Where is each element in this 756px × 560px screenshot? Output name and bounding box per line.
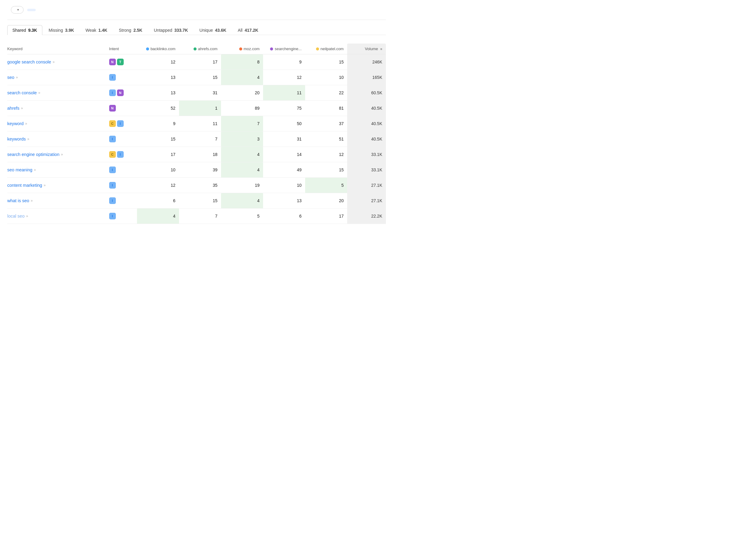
intent-badge-N: N [117, 89, 124, 96]
col-site-searchengine---: searchengine... [263, 43, 305, 54]
chevrons-icon: » [27, 137, 29, 141]
keyword-cell: keywords » [7, 132, 105, 147]
keyword-link[interactable]: seo » [7, 75, 102, 80]
filter-tab-missing[interactable]: Missing 3.9K [43, 25, 79, 35]
domain-selector[interactable]: ▾ [11, 6, 24, 14]
keyword-cell: what is seo » [7, 193, 105, 208]
keyword-table: Keyword Intent backlinko.com ahrefs.com … [7, 43, 386, 224]
filter-tab-weak[interactable]: Weak 1.4K [80, 25, 113, 35]
tab-label: Weak [85, 28, 96, 33]
site-value-moz: 4 [221, 70, 263, 85]
chevrons-icon: » [34, 168, 36, 172]
intent-badges: I [109, 136, 133, 142]
chevrons-icon: » [38, 91, 40, 95]
keyword-cell: search console » [7, 85, 105, 101]
page-wrapper: ▾ Shared 9.3K Missing 3.9K Weak 1.4K Str… [0, 0, 393, 230]
site-value-moz: 7 [221, 116, 263, 132]
chevrons-icon: » [61, 152, 63, 157]
intent-badge-T: T [117, 59, 124, 65]
site-value-searchengine: 12 [263, 70, 305, 85]
site-value-moz: 89 [221, 101, 263, 116]
table-row: search console » IN133120112260.5K [7, 85, 386, 101]
site-value-backlinko: 15 [137, 132, 179, 147]
filter-tab-all[interactable]: All 417.2K [233, 25, 264, 35]
intent-cell: I [105, 132, 137, 147]
volume-cell: 40.5K [347, 101, 386, 116]
volume-cell: 165K [347, 70, 386, 85]
header: ▾ [7, 6, 386, 14]
tab-count: 43.6K [215, 28, 226, 33]
site-name: ahrefs.com [198, 46, 217, 51]
site-value-searchengine: 50 [263, 116, 305, 132]
intent-badges: I [109, 166, 133, 173]
keyword-link[interactable]: content marketing » [7, 183, 102, 188]
filter-tab-shared[interactable]: Shared 9.3K [7, 25, 42, 35]
site-value-neilpatel: 12 [305, 147, 347, 162]
site-value-backlinko: 17 [137, 147, 179, 162]
site-value-backlinko: 52 [137, 101, 179, 116]
intent-cell: CI [105, 147, 137, 162]
keyword-link[interactable]: seo meaning » [7, 167, 102, 172]
tab-count: 3.9K [65, 28, 74, 33]
keyword-link[interactable]: google search console » [7, 60, 102, 64]
filter-tab-unique[interactable]: Unique 43.6K [194, 25, 232, 35]
table-row: seo meaning » I10394491533.1K [7, 162, 386, 178]
intent-badge-I: I [109, 74, 116, 81]
chevrons-icon: » [25, 121, 27, 126]
volume-cell: 246K [347, 54, 386, 70]
keyword-link[interactable]: ahrefs » [7, 106, 102, 111]
tab-count: 2.5K [133, 28, 142, 33]
filter-tab-untapped[interactable]: Untapped 333.7K [149, 25, 193, 35]
intent-badge-I: I [109, 197, 116, 204]
keyword-link[interactable]: local seo » [7, 214, 102, 219]
table-row: search engine optimization » CI171841412… [7, 147, 386, 162]
site-value-ahrefs: 7 [179, 132, 221, 147]
site-value-searchengine: 11 [263, 85, 305, 101]
intent-badge-I: I [109, 182, 116, 188]
tab-count: 1.4K [98, 28, 108, 33]
site-value-backlinko: 6 [137, 193, 179, 208]
volume-cell: 60.5K [347, 85, 386, 101]
col-site-ahrefs-com: ahrefs.com [179, 43, 221, 54]
col-site-neilpatel-com: neilpatel.com [305, 43, 347, 54]
keyword-cell: local seo » [7, 208, 105, 224]
site-value-backlinko: 9 [137, 116, 179, 132]
intent-cell: N [105, 101, 137, 116]
site-value-moz: 4 [221, 193, 263, 208]
table-row: seo » I131541210165K [7, 70, 386, 85]
site-value-ahrefs: 1 [179, 101, 221, 116]
col-site-moz-com: moz.com [221, 43, 263, 54]
filter-tab-strong[interactable]: Strong 2.5K [114, 25, 148, 35]
site-value-moz: 3 [221, 132, 263, 147]
site-value-ahrefs: 11 [179, 116, 221, 132]
site-value-moz: 4 [221, 162, 263, 178]
site-value-searchengine: 9 [263, 54, 305, 70]
site-value-neilpatel: 22 [305, 85, 347, 101]
site-name: moz.com [244, 46, 260, 51]
intent-badge-C: C [109, 151, 116, 158]
intent-badge-I: I [109, 166, 116, 173]
intent-badge-I: I [109, 213, 116, 219]
keyword-link[interactable]: keywords » [7, 137, 102, 141]
volume-cell: 33.1K [347, 147, 386, 162]
site-value-neilpatel: 51 [305, 132, 347, 147]
site-value-ahrefs: 7 [179, 208, 221, 224]
table-row: local seo » I47561722.2K [7, 208, 386, 224]
table-header: Keyword Intent backlinko.com ahrefs.com … [7, 43, 386, 54]
table-row: keyword » CI9117503740.5K [7, 116, 386, 132]
site-value-neilpatel: 5 [305, 178, 347, 193]
col-site-backlinko-com: backlinko.com [137, 43, 179, 54]
tab-count: 9.3K [28, 28, 37, 33]
site-value-searchengine: 13 [263, 193, 305, 208]
keyword-link[interactable]: what is seo » [7, 198, 102, 203]
intent-badge-N: N [109, 59, 116, 65]
keyword-link[interactable]: keyword » [7, 121, 102, 126]
keyword-link[interactable]: search console » [7, 91, 102, 95]
site-value-backlinko: 12 [137, 54, 179, 70]
sort-icon: ≡ [381, 47, 382, 51]
intent-cell: I [105, 208, 137, 224]
keyword-cell: content marketing » [7, 178, 105, 193]
chevron-down-icon: ▾ [17, 8, 19, 12]
keyword-link[interactable]: search engine optimization » [7, 152, 102, 157]
table-row: keywords » I1573315140.5K [7, 132, 386, 147]
